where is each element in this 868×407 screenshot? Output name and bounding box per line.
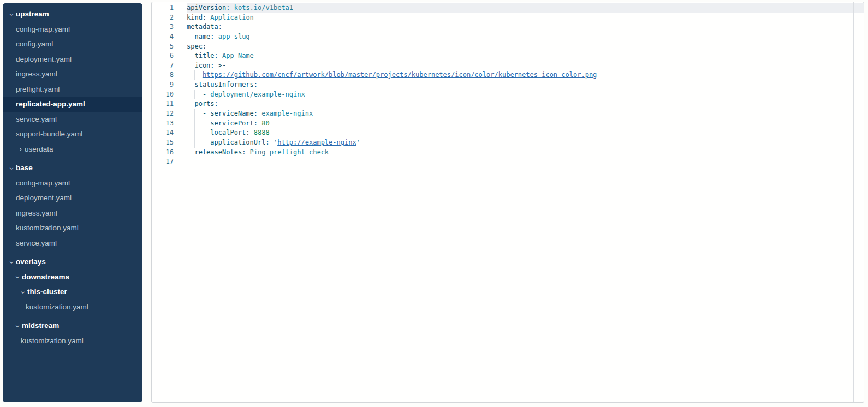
code-token: - xyxy=(203,110,210,117)
code-token: spec xyxy=(187,43,203,50)
tree-item-label: kustomization.yaml xyxy=(26,303,88,311)
line-number: 6 xyxy=(152,51,174,61)
code-token: : xyxy=(254,81,258,88)
editor-scrollbar[interactable] xyxy=(853,2,864,402)
yaml-editor[interactable]: 1apiVersion: kots.io/v1beta12kind: Appli… xyxy=(151,2,864,403)
code-line[interactable]: 7icon: >- xyxy=(152,61,864,71)
code-token: kots.io/v1beta1 xyxy=(234,4,293,11)
tree-item-service-yaml[interactable]: service.yaml xyxy=(3,236,142,251)
tree-item-deployment-yaml[interactable]: deployment.yaml xyxy=(3,190,142,206)
tree-item-support-bundle-yaml[interactable]: support-bundle.yaml xyxy=(3,127,142,142)
code-line[interactable]: 10- deployment/example-nginx xyxy=(152,90,864,100)
indent-guide xyxy=(194,119,202,129)
tree-item-label: service.yaml xyxy=(16,239,57,247)
line-number: 10 xyxy=(152,90,174,100)
code-line[interactable]: 12- serviceName: example-nginx xyxy=(152,109,864,119)
tree-item-downstreams[interactable]: ›downstreams xyxy=(3,270,142,285)
code-line[interactable]: 14localPort: 8888 xyxy=(152,128,864,138)
tree-item-label: upstream xyxy=(16,10,49,18)
tree-item-config-map-yaml[interactable]: config-map.yaml xyxy=(3,22,142,37)
file-tree-sidebar: ›upstreamconfig-map.yamlconfig.yamldeplo… xyxy=(3,3,142,402)
line-number: 15 xyxy=(152,138,174,148)
code-token: Application xyxy=(210,14,253,21)
tree-item-midstream[interactable]: ›midstream xyxy=(3,318,142,333)
url-link[interactable]: https://github.com/cncf/artwork/blob/mas… xyxy=(203,71,597,79)
code-line[interactable]: 15applicationUrl: 'http://example-nginx' xyxy=(152,138,864,148)
tree-item-ingress-yaml[interactable]: ingress.yaml xyxy=(3,206,142,221)
tree-item-kustomization-yaml[interactable]: kustomization.yaml xyxy=(3,220,142,236)
code-line[interactable]: 17 xyxy=(152,157,864,167)
code-line[interactable]: 5spec: xyxy=(152,42,864,52)
chevron-down-icon: › xyxy=(8,11,16,18)
tree-item-deployment-yaml[interactable]: deployment.yaml xyxy=(3,52,142,67)
line-number: 9 xyxy=(152,80,174,90)
tree-item-preflight-yaml[interactable]: preflight.yaml xyxy=(3,82,142,97)
chevron-down-icon: › xyxy=(20,289,27,296)
code-line[interactable]: 9statusInformers: xyxy=(152,80,864,90)
indent-guide xyxy=(187,109,194,119)
indent-guide xyxy=(187,32,194,42)
code-line-content: https://github.com/cncf/artwork/blob/mas… xyxy=(187,70,864,80)
indent-guide xyxy=(187,99,194,109)
code-line[interactable]: 13servicePort: 80 xyxy=(152,119,864,129)
code-line[interactable]: 6title: App Name xyxy=(152,51,864,61)
code-line-content: name: app-slug xyxy=(187,32,864,42)
indent-guide xyxy=(187,80,194,90)
tree-item-upstream[interactable]: ›upstream xyxy=(3,7,142,22)
indent-guide xyxy=(203,138,210,148)
tree-item-label: ingress.yaml xyxy=(16,70,57,78)
indent-guide xyxy=(194,128,202,138)
code-token: metadata xyxy=(187,23,218,31)
tree-item-base[interactable]: ›base xyxy=(3,160,142,176)
tree-item-ingress-yaml[interactable]: ingress.yaml xyxy=(3,67,142,82)
code-line-content: ports: xyxy=(187,99,864,109)
code-line[interactable]: 16releaseNotes: Ping preflight check xyxy=(152,148,864,158)
code-token: apiVersion xyxy=(187,4,226,11)
code-line-content: icon: >- xyxy=(187,61,864,71)
code-token: : xyxy=(242,148,249,156)
tree-item-kustomization-yaml[interactable]: kustomization.yaml xyxy=(3,300,142,315)
code-line[interactable]: 11ports: xyxy=(152,99,864,109)
tree-item-config-map-yaml[interactable]: config-map.yaml xyxy=(3,176,142,191)
code-token: : xyxy=(246,129,253,136)
tree-item-kustomization-yaml[interactable]: kustomization.yaml xyxy=(3,333,142,349)
code-line-content: title: App Name xyxy=(187,51,864,61)
code-token: statusInformers xyxy=(194,81,253,88)
code-token: : xyxy=(218,23,222,31)
code-token: Ping preflight check xyxy=(250,148,329,156)
tree-item-this-cluster[interactable]: ›this-cluster xyxy=(3,284,142,300)
code-token: : xyxy=(203,14,210,21)
indent-guide xyxy=(187,61,194,71)
tree-item-config-yaml[interactable]: config.yaml xyxy=(3,37,142,52)
code-line[interactable]: 1apiVersion: kots.io/v1beta1 xyxy=(152,3,864,13)
code-line[interactable]: 2kind: Application xyxy=(152,13,864,23)
code-area[interactable]: 1apiVersion: kots.io/v1beta12kind: Appli… xyxy=(152,2,864,167)
code-line[interactable]: 8https://github.com/cncf/artwork/blob/ma… xyxy=(152,70,864,80)
tree-item-userdata[interactable]: ›userdata xyxy=(3,142,142,157)
chevron-down-icon: › xyxy=(14,322,22,330)
line-number: 14 xyxy=(152,128,174,138)
tree-item-label: service.yaml xyxy=(16,115,57,123)
indent-guide xyxy=(194,109,202,119)
tree-item-label: replicated-app.yaml xyxy=(16,100,85,108)
url-link[interactable]: http://example-nginx xyxy=(277,139,356,146)
line-number: 2 xyxy=(152,13,174,23)
indent-guide xyxy=(194,70,202,80)
code-token: : xyxy=(226,4,234,11)
line-number: 8 xyxy=(152,70,174,80)
chevron-down-icon: › xyxy=(8,165,16,172)
indent-guide xyxy=(203,128,210,138)
code-token: : xyxy=(265,139,273,146)
tree-item-service-yaml[interactable]: service.yaml xyxy=(3,112,142,127)
indent-guide xyxy=(187,128,194,138)
code-line-content: metadata: xyxy=(187,22,864,32)
code-line[interactable]: 4name: app-slug xyxy=(152,32,864,42)
line-number: 16 xyxy=(152,148,174,158)
tree-item-replicated-app-yaml[interactable]: replicated-app.yaml xyxy=(3,97,142,112)
tree-item-label: preflight.yaml xyxy=(16,85,60,93)
tree-item-overlays[interactable]: ›overlays xyxy=(3,254,142,270)
code-token: : xyxy=(215,52,222,59)
line-number: 5 xyxy=(152,42,174,52)
code-line[interactable]: 3metadata: xyxy=(152,22,864,32)
code-token: deployment/example-nginx xyxy=(210,91,305,98)
